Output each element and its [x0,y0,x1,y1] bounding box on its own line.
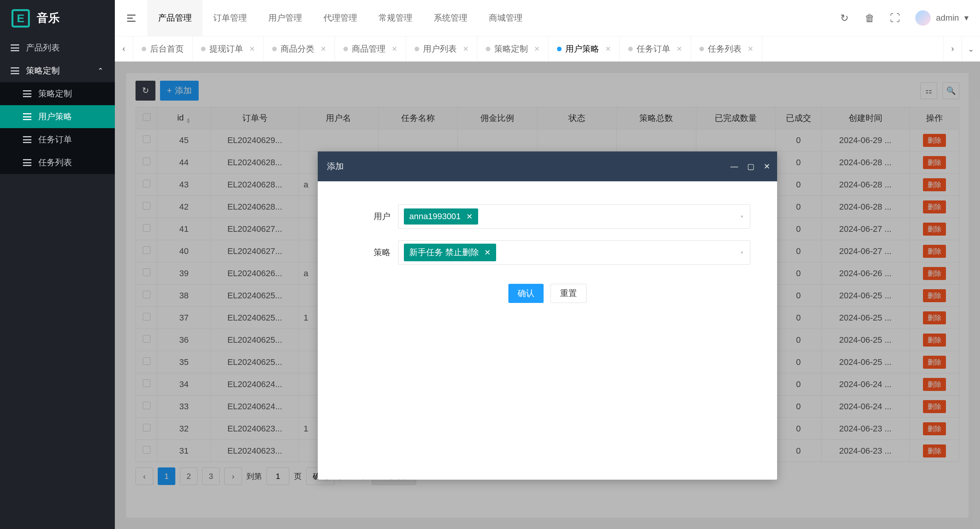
modal-overlay: 添加 — ▢ ✕ 用户anna1993001✕▾策略新手任务 禁止删除✕▾ 确认… [115,62,980,529]
sidebar-sub-item-0[interactable]: 策略定制 [0,82,115,105]
close-icon[interactable]: ✕ [676,45,682,53]
list-icon [11,44,19,51]
sidebar-item-label: 产品列表 [26,42,60,54]
nav-item-1[interactable]: 订单管理 [203,0,258,36]
header: 产品管理订单管理用户管理代理管理常规管理系统管理商城管理 ↻ 🗑 ⛶ admin… [115,0,980,36]
tab-5[interactable]: 策略定制✕ [477,36,549,62]
sidebar-sub-label: 任务订单 [38,134,72,145]
dialog-header: 添加 — ▢ ✕ [318,151,777,181]
sidebar-sub-label: 任务列表 [38,157,72,168]
list-icon [23,90,31,97]
sidebar-item-products[interactable]: 产品列表 [0,36,115,59]
username: admin [936,13,959,23]
sidebar-toggle[interactable] [115,0,147,36]
sidebar-sub-label: 用户策略 [38,111,72,122]
tab-label: 后台首页 [150,43,184,55]
tabs-bar: ‹ 后台首页提现订单✕商品分类✕商品管理✕用户列表✕策略定制✕用户策略✕任务订单… [115,36,980,62]
tab-dot-icon [628,47,633,51]
sidebar-item-strategy[interactable]: 策略定制 ⌃ [0,59,115,82]
tab-dot-icon [201,47,206,51]
select-0[interactable]: anna1993001✕▾ [398,204,750,229]
close-icon[interactable]: ✕ [748,45,753,53]
list-icon [23,113,31,120]
tabs-menu[interactable]: ⌄ [962,36,980,62]
sidebar-sub-label: 策略定制 [38,88,72,99]
chevron-down-icon: ▾ [964,13,969,23]
logo: E 音乐 [0,0,115,36]
tab-dot-icon [142,47,146,51]
tag-remove-icon[interactable]: ✕ [466,212,473,221]
close-icon[interactable]: ✕ [392,45,397,53]
tab-label: 任务列表 [708,43,742,55]
list-icon [11,67,19,74]
tab-1[interactable]: 提现订单✕ [193,36,264,62]
tab-label: 策略定制 [494,43,528,55]
tag: anna1993001✕ [404,208,478,225]
logo-mark: E [11,9,30,28]
add-dialog: 添加 — ▢ ✕ 用户anna1993001✕▾策略新手任务 禁止删除✕▾ 确认… [318,151,777,480]
nav-item-4[interactable]: 常规管理 [368,0,423,36]
dialog-confirm-button[interactable]: 确认 [508,284,544,303]
sidebar: E 音乐 产品列表 策略定制 ⌃ 策略定制用户策略任务订单任务列表 [0,0,115,529]
tab-dot-icon [557,47,562,51]
close-icon[interactable]: ✕ [320,45,326,53]
select-1[interactable]: 新手任务 禁止删除✕▾ [398,240,750,265]
tab-label: 用户列表 [423,43,457,55]
field-label-1: 策略 [333,247,390,258]
tag-remove-icon[interactable]: ✕ [484,248,491,257]
maximize-icon[interactable]: ▢ [747,162,755,171]
tab-dot-icon [343,47,348,51]
chevron-down-icon: ▾ [741,214,743,219]
sidebar-item-label: 策略定制 [26,65,60,77]
tag: 新手任务 禁止删除✕ [404,244,496,261]
tab-0[interactable]: 后台首页 [133,36,193,62]
nav-item-0[interactable]: 产品管理 [147,0,203,36]
nav-item-6[interactable]: 商城管理 [478,0,533,36]
avatar [915,10,931,26]
user-menu[interactable]: admin ▾ [915,10,969,26]
refresh-icon[interactable]: ↻ [840,13,849,23]
tab-label: 提现订单 [209,43,243,55]
tab-label: 商品分类 [281,43,314,55]
dialog-title: 添加 [327,161,344,172]
tab-dot-icon [272,47,277,51]
tab-3[interactable]: 商品管理✕ [335,36,406,62]
tab-dot-icon [486,47,490,51]
tab-label: 任务订单 [637,43,670,55]
close-icon[interactable]: ✕ [605,45,611,53]
tabs-scroll-left[interactable]: ‹ [115,36,133,62]
list-icon [23,159,31,166]
tab-dot-icon [415,47,419,51]
dialog-reset-button[interactable]: 重置 [550,284,586,303]
close-icon[interactable]: ✕ [463,45,469,53]
tab-2[interactable]: 商品分类✕ [264,36,335,62]
fullscreen-icon[interactable]: ⛶ [890,13,900,23]
trash-icon[interactable]: 🗑 [865,13,875,23]
tab-6[interactable]: 用户策略✕ [549,36,620,62]
close-icon[interactable]: ✕ [249,45,255,53]
tabs-scroll-right[interactable]: › [943,36,962,62]
list-icon [23,136,31,143]
chevron-down-icon: ▾ [741,250,743,255]
tab-7[interactable]: 任务订单✕ [620,36,691,62]
chevron-up-icon: ⌃ [98,67,103,75]
field-label-0: 用户 [333,211,390,222]
close-icon[interactable]: ✕ [534,45,540,53]
minimize-icon[interactable]: — [730,162,738,171]
tab-label: 商品管理 [352,43,385,55]
sidebar-sub-item-2[interactable]: 任务订单 [0,128,115,151]
tab-dot-icon [699,47,704,51]
brand-text: 音乐 [37,10,60,26]
tab-4[interactable]: 用户列表✕ [406,36,477,62]
sidebar-sub-item-1[interactable]: 用户策略 [0,105,115,128]
nav-item-3[interactable]: 代理管理 [313,0,368,36]
tab-8[interactable]: 任务列表✕ [691,36,762,62]
nav-item-5[interactable]: 系统管理 [423,0,478,36]
nav-item-2[interactable]: 用户管理 [258,0,313,36]
tab-label: 用户策略 [565,43,599,55]
close-icon[interactable]: ✕ [764,162,770,171]
sidebar-sub-item-3[interactable]: 任务列表 [0,151,115,174]
